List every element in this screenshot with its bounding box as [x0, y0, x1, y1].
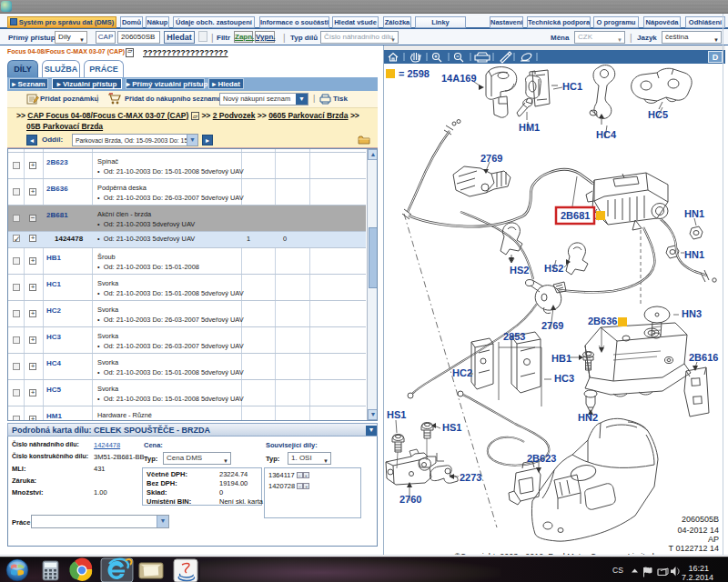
svg-text:HC5: HC5 [648, 109, 668, 120]
svg-text:HN3: HN3 [682, 308, 702, 319]
svg-text:2060505B: 2060505B [682, 515, 719, 524]
svg-text:7.2.2014: 7.2.2014 [682, 573, 713, 582]
svg-text:HN1: HN1 [684, 249, 704, 260]
svg-text:= 2598: = 2598 [399, 68, 430, 79]
svg-text:T 0122712 14: T 0122712 14 [669, 544, 719, 553]
svg-text:2273: 2273 [460, 472, 481, 483]
svg-text:2B681: 2B681 [561, 210, 590, 221]
svg-text:14A169: 14A169 [441, 73, 477, 84]
svg-text:2853: 2853 [503, 331, 525, 342]
svg-text:16:21: 16:21 [688, 564, 709, 573]
svg-text:AP: AP [708, 535, 719, 544]
svg-text:HC1: HC1 [562, 81, 582, 92]
svg-text:2B636: 2B636 [588, 316, 617, 326]
svg-text:2B623: 2B623 [527, 453, 556, 464]
svg-text:2760: 2760 [399, 494, 421, 505]
svg-text:HS2: HS2 [544, 263, 563, 274]
svg-text:2B616: 2B616 [689, 352, 718, 363]
svg-text:HC4: HC4 [596, 129, 617, 140]
svg-text:HN2: HN2 [578, 412, 598, 423]
svg-text:HC3: HC3 [554, 373, 574, 384]
svg-text:HB1: HB1 [551, 353, 571, 364]
svg-text:HS2: HS2 [510, 265, 529, 276]
svg-text:HS1: HS1 [442, 422, 461, 433]
svg-text:HC2: HC2 [452, 367, 472, 378]
svg-text:HN1: HN1 [684, 208, 704, 219]
svg-text:2769: 2769 [480, 153, 502, 164]
svg-text:HS1: HS1 [387, 409, 406, 420]
svg-text:HM1: HM1 [519, 122, 540, 133]
svg-text:2769: 2769 [541, 320, 563, 331]
svg-text:CS: CS [612, 566, 623, 575]
svg-text:04-2012 14: 04-2012 14 [677, 526, 719, 535]
